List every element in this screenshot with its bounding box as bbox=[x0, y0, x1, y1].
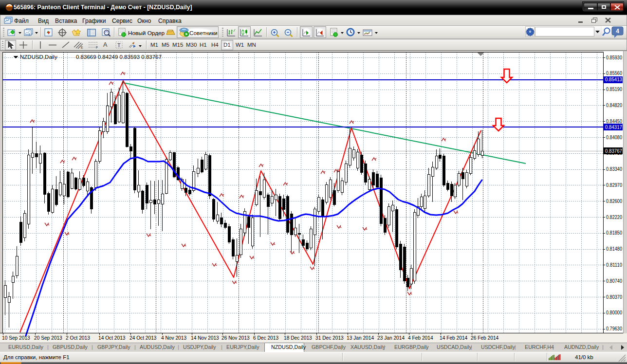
svg-text:2 Oct 2013: 2 Oct 2013 bbox=[66, 335, 90, 341]
svg-text:0.80370: 0.80370 bbox=[606, 294, 622, 300]
svg-text:E: E bbox=[81, 46, 83, 49]
svg-text:0.79630: 0.79630 bbox=[606, 326, 622, 331]
svg-text:0.81850: 0.81850 bbox=[606, 230, 622, 236]
svg-text:0.85930: 0.85930 bbox=[606, 55, 622, 60]
svg-text:0.83340: 0.83340 bbox=[606, 166, 622, 172]
svg-text:T: T bbox=[117, 42, 121, 48]
svg-text:0.84450: 0.84450 bbox=[606, 118, 622, 124]
svg-text:0.81480: 0.81480 bbox=[606, 246, 622, 252]
svg-text:NZDUSD,Daily: NZDUSD,Daily bbox=[20, 54, 57, 60]
svg-text:0.81110: 0.81110 bbox=[606, 262, 622, 268]
svg-text:26 Feb 2014: 26 Feb 2014 bbox=[471, 335, 499, 341]
svg-text:18 Dec 2013: 18 Dec 2013 bbox=[284, 335, 312, 341]
svg-text:0.85413: 0.85413 bbox=[605, 76, 622, 82]
svg-text:0.83767: 0.83767 bbox=[605, 148, 622, 154]
svg-text:31 Dec 2013: 31 Dec 2013 bbox=[315, 335, 344, 341]
svg-text:24 Oct 2013: 24 Oct 2013 bbox=[129, 335, 157, 341]
svg-text:13 Jan 2014: 13 Jan 2014 bbox=[347, 335, 374, 341]
svg-text:0.85190: 0.85190 bbox=[606, 86, 622, 92]
svg-text:10 Sep 2013: 10 Sep 2013 bbox=[2, 335, 30, 341]
svg-text:0.82220: 0.82220 bbox=[606, 214, 622, 220]
svg-text:14 Nov 2013: 14 Nov 2013 bbox=[191, 335, 219, 341]
svg-text:23 Jan 2014: 23 Jan 2014 bbox=[377, 335, 405, 341]
svg-text:26 Nov 2013: 26 Nov 2013 bbox=[221, 335, 250, 341]
svg-text:0.80000: 0.80000 bbox=[606, 309, 622, 315]
svg-text:14 Oct 2013: 14 Oct 2013 bbox=[98, 335, 126, 341]
svg-text:0.80740: 0.80740 bbox=[606, 278, 622, 284]
svg-text:14 Feb 2014: 14 Feb 2014 bbox=[440, 335, 468, 341]
svg-text:0.84317: 0.84317 bbox=[605, 124, 622, 130]
svg-text:20 Sep 2013: 20 Sep 2013 bbox=[34, 335, 62, 341]
svg-text:0.82970: 0.82970 bbox=[606, 182, 622, 188]
svg-text:0.84080: 0.84080 bbox=[606, 134, 622, 140]
svg-text:4 Feb 2014: 4 Feb 2014 bbox=[408, 335, 433, 341]
svg-text:0.85560: 0.85560 bbox=[606, 70, 622, 76]
svg-text:4 Nov 2013: 4 Nov 2013 bbox=[161, 335, 186, 341]
svg-text:4: 4 bbox=[616, 28, 619, 35]
svg-text:6 Dec 2013: 6 Dec 2013 bbox=[253, 335, 278, 341]
svg-text:0.82600: 0.82600 bbox=[606, 198, 622, 204]
svg-text:0.83669 0.84249 0.83593 0.8376: 0.83669 0.84249 0.83593 0.83767 bbox=[76, 54, 162, 60]
svg-text:F: F bbox=[96, 46, 98, 49]
svg-text:0.84820: 0.84820 bbox=[606, 102, 622, 108]
